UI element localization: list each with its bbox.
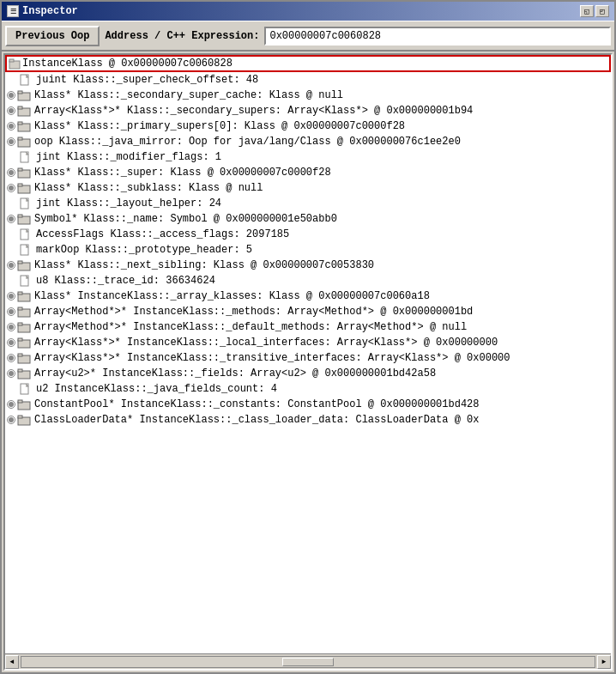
tree-item: Klass* Klass::_next_sibling: Klass @ 0x0… (5, 258, 611, 273)
item-text: Klass* Klass::_next_sibling: Klass @ 0x0… (34, 259, 374, 271)
item-indent (7, 383, 34, 395)
maximize-button[interactable]: ◰ (595, 5, 609, 17)
root-indent (9, 58, 21, 70)
address-label: Address / C++ Expression: (105, 30, 259, 42)
item-text: Array<Method*>* InstanceKlass::_methods:… (34, 306, 473, 318)
item-indent (7, 228, 34, 240)
svg-rect-25 (18, 292, 22, 294)
tree-scroll[interactable]: InstanceKlass @ 0x00000007c0060828 juint… (5, 55, 611, 653)
connector-icon (7, 168, 15, 177)
folder-icon (17, 259, 31, 271)
item-indent (7, 151, 34, 163)
connector-icon (7, 91, 15, 100)
folder-icon (17, 136, 31, 148)
item-text: Klass* Klass::_subklass: Klass @ null (34, 182, 263, 194)
folder-icon (17, 306, 31, 318)
item-text: markOop Klass::_prototype_header: 5 (36, 244, 252, 256)
document-icon (19, 244, 33, 256)
svg-rect-33 (18, 354, 22, 356)
item-indent (7, 167, 33, 179)
folder-icon (17, 120, 31, 132)
item-text: ConstantPool* InstanceKlass::_constants:… (34, 398, 479, 410)
item-text: ClassLoaderData* InstanceKlass::_class_l… (34, 414, 479, 426)
tree-item: Klass* Klass::_secondary_super_cache: Kl… (5, 88, 611, 103)
svg-rect-31 (18, 338, 22, 341)
item-text: Array<Klass*>* InstanceKlass::_local_int… (34, 337, 498, 349)
item-text: Array<Klass*>* InstanceKlass::_transitiv… (34, 352, 510, 364)
svg-rect-38 (18, 400, 22, 403)
connector-icon (7, 369, 15, 378)
item-indent (7, 306, 33, 318)
inspector-window: ☰ Inspector ◱ ◰ Previous Oop Address / C… (0, 0, 616, 674)
tree-item: Klass* Klass::_primary_supers[0]: Klass … (5, 118, 611, 134)
svg-rect-18 (18, 215, 22, 217)
folder-icon (17, 414, 31, 426)
horizontal-scrollbar[interactable] (21, 656, 595, 668)
item-text: Symbol* Klass::_name: Symbol @ 0x0000000… (34, 213, 337, 225)
folder-icon (17, 321, 31, 333)
item-text: Klass* Klass::_secondary_super_cache: Kl… (34, 89, 343, 101)
document-icon (19, 151, 33, 163)
item-indent (7, 244, 34, 256)
svg-rect-35 (18, 369, 22, 372)
folder-icon (17, 213, 31, 225)
item-text: oop Klass::_java_mirror: Oop for java/la… (34, 136, 461, 148)
item-text: AccessFlags Klass::_access_flags: 209718… (36, 228, 289, 240)
item-text: jint Klass::_layout_helper: 24 (36, 197, 221, 209)
tree-item: Array<Klass*>* InstanceKlass::_transitiv… (5, 350, 611, 366)
tree-item: AccessFlags Klass::_access_flags: 209718… (5, 227, 611, 242)
svg-rect-22 (18, 261, 22, 264)
tree-item: Array<Method*>* InstanceKlass::_methods:… (5, 304, 611, 319)
scroll-right-button[interactable]: ► (597, 655, 611, 669)
connector-icon (7, 184, 15, 192)
toolbar: Previous Oop Address / C++ Expression: (2, 21, 614, 52)
connector-icon (7, 261, 15, 270)
folder-icon (17, 89, 31, 101)
scroll-left-button[interactable]: ◄ (5, 655, 19, 669)
title-bar: ☰ Inspector ◱ ◰ (2, 2, 614, 21)
minimize-button[interactable]: ◱ (580, 5, 594, 17)
connector-icon (7, 137, 15, 146)
indent-spacer (7, 245, 17, 255)
tree-root-item: InstanceKlass @ 0x00000007c0060828 (5, 55, 611, 72)
item-indent (7, 290, 33, 302)
address-input[interactable] (264, 27, 611, 46)
connector-icon (7, 416, 15, 424)
item-text: Klass* Klass::_super: Klass @ 0x00000007… (34, 167, 331, 179)
title-bar-left: ☰ Inspector (7, 5, 78, 17)
folder-icon (17, 352, 31, 364)
item-indent (7, 367, 33, 380)
window-icon: ☰ (7, 5, 19, 17)
item-text: jint Klass::_modifier_flags: 1 (36, 151, 221, 163)
item-indent (7, 414, 33, 426)
connector-icon (7, 338, 15, 347)
item-text: u8 Klass::_trace_id: 36634624 (36, 275, 215, 287)
document-icon (19, 383, 33, 395)
folder-icon (17, 290, 31, 302)
connector-icon (7, 323, 15, 331)
tree-item: oop Klass::_java_mirror: Oop for java/la… (5, 134, 611, 149)
svg-rect-13 (18, 168, 22, 171)
document-icon (19, 197, 33, 209)
svg-rect-29 (18, 323, 22, 325)
folder-icon (17, 182, 31, 194)
tree-item: juint Klass::_super_check_offset: 48 (5, 72, 611, 88)
item-indent (7, 213, 33, 225)
root-folder-icon (9, 58, 21, 70)
tree-item: u2 InstanceKlass::_java_fields_count: 4 (5, 381, 611, 397)
item-indent (7, 120, 33, 132)
previous-oop-button[interactable]: Previous Oop (5, 26, 100, 46)
tree-item: jint Klass::_layout_helper: 24 (5, 196, 611, 211)
scroll-thumb[interactable] (282, 658, 334, 666)
tree-item: Klass* InstanceKlass::_array_klasses: Kl… (5, 288, 611, 304)
connector-icon (7, 292, 15, 301)
tree-item: Array<Method*>* InstanceKlass::_default_… (5, 319, 611, 335)
tree-item: Array<Klass*>* InstanceKlass::_local_int… (5, 335, 611, 350)
folder-icon (17, 337, 31, 349)
tree-item: Array<u2>* InstanceKlass::_fields: Array… (5, 366, 611, 381)
connector-icon (7, 400, 15, 409)
item-indent (7, 259, 33, 271)
tree-items-container: juint Klass::_super_check_offset: 48 Kla… (5, 72, 611, 428)
svg-rect-15 (18, 184, 22, 186)
indent-spacer (7, 198, 17, 209)
